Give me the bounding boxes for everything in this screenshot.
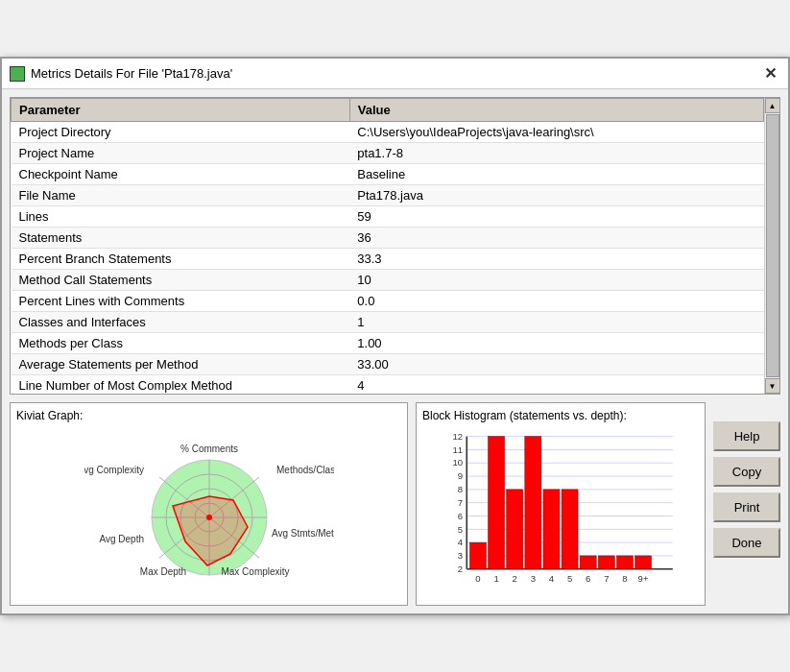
svg-text:8: 8 bbox=[458, 484, 463, 494]
value-cell: C:\Users\you\IdeaProjects\java-learing\s… bbox=[349, 122, 763, 143]
table-row: Checkpoint NameBaseline bbox=[12, 164, 764, 185]
param-cell: Project Name bbox=[12, 143, 350, 164]
svg-rect-44 bbox=[543, 490, 560, 569]
close-button[interactable]: ✕ bbox=[760, 64, 780, 83]
value-cell: 59 bbox=[349, 206, 763, 228]
param-cell: Percent Branch Statements bbox=[12, 249, 350, 270]
param-cell: Average Statements per Method bbox=[12, 354, 350, 375]
col-header-parameter: Parameter bbox=[12, 99, 350, 122]
svg-text:9+: 9+ bbox=[638, 573, 649, 584]
table-row: Percent Branch Statements33.3 bbox=[12, 249, 764, 270]
value-cell: Baseline bbox=[349, 164, 763, 185]
scroll-down-button[interactable]: ▼ bbox=[765, 378, 780, 394]
table-row: Statements36 bbox=[12, 228, 764, 249]
param-cell: Checkpoint Name bbox=[12, 164, 350, 185]
print-button[interactable]: Print bbox=[713, 492, 780, 522]
metrics-table-container: Parameter Value Project DirectoryC:\User… bbox=[10, 97, 780, 395]
table-row: Methods per Class1.00 bbox=[12, 333, 764, 354]
done-button[interactable]: Done bbox=[713, 528, 780, 558]
buttons-panel: Help Copy Print Done bbox=[713, 402, 780, 606]
bottom-section: Kiviat Graph: bbox=[10, 402, 780, 606]
value-cell: 4 bbox=[349, 375, 763, 396]
table-row: Project DirectoryC:\Users\you\IdeaProjec… bbox=[12, 122, 764, 143]
copy-button[interactable]: Copy bbox=[713, 457, 780, 487]
param-cell: Method Call Statements bbox=[12, 270, 350, 291]
histogram-svg: 12 11 10 9 8 7 6 5 4 3 2 bbox=[422, 426, 699, 589]
param-cell: File Name bbox=[12, 185, 350, 206]
svg-text:Avg Stmts/Method: Avg Stmts/Method bbox=[272, 528, 334, 539]
svg-text:4: 4 bbox=[549, 573, 555, 584]
table-row: File NamePta178.java bbox=[12, 185, 764, 206]
table-row: Method Call Statements10 bbox=[12, 270, 764, 291]
value-cell: pta1.7-8 bbox=[349, 143, 763, 164]
table-row: Percent Lines with Comments0.0 bbox=[12, 291, 764, 312]
value-cell: 0.0 bbox=[349, 291, 763, 312]
svg-text:1: 1 bbox=[493, 573, 498, 584]
param-cell: Percent Lines with Comments bbox=[12, 291, 350, 312]
table-row: Average Statements per Method33.00 bbox=[12, 354, 764, 375]
titlebar-left: Metrics Details For File 'Pta178.java' bbox=[10, 66, 232, 82]
svg-text:Max Complexity: Max Complexity bbox=[221, 566, 289, 577]
svg-rect-41 bbox=[489, 437, 505, 569]
svg-text:2: 2 bbox=[458, 564, 463, 574]
svg-text:Avg Depth: Avg Depth bbox=[99, 534, 144, 544]
value-cell: 1 bbox=[349, 312, 763, 333]
svg-point-9 bbox=[206, 515, 212, 520]
table-row: Lines59 bbox=[12, 206, 764, 228]
content-area: Parameter Value Project DirectoryC:\User… bbox=[2, 89, 788, 613]
svg-text:7: 7 bbox=[458, 497, 463, 508]
value-cell: 33.00 bbox=[349, 354, 763, 375]
window-title: Metrics Details For File 'Pta178.java' bbox=[31, 66, 232, 81]
svg-rect-42 bbox=[507, 490, 523, 569]
table-body: Project DirectoryC:\Users\you\IdeaProjec… bbox=[12, 122, 764, 396]
window-icon bbox=[10, 66, 25, 82]
value-cell: 1.00 bbox=[349, 333, 763, 354]
svg-text:11: 11 bbox=[452, 444, 463, 455]
svg-text:6: 6 bbox=[458, 511, 463, 521]
param-cell: Line Number of Most Complex Method bbox=[12, 375, 350, 396]
titlebar: Metrics Details For File 'Pta178.java' ✕ bbox=[2, 59, 788, 89]
svg-rect-40 bbox=[469, 542, 486, 569]
kiviat-container: % Comments Methods/Class Avg Stmts/Metho… bbox=[16, 426, 401, 599]
svg-rect-47 bbox=[598, 556, 614, 569]
metrics-table: Parameter Value Project DirectoryC:\User… bbox=[11, 98, 764, 395]
value-cell: Pta178.java bbox=[349, 185, 763, 206]
table-row: Line Number of Most Complex Method4 bbox=[12, 375, 764, 396]
value-cell: 10 bbox=[349, 270, 763, 291]
histogram-container: 12 11 10 9 8 7 6 5 4 3 2 bbox=[422, 426, 699, 599]
value-cell: 33.3 bbox=[349, 249, 763, 270]
svg-text:4: 4 bbox=[458, 537, 464, 547]
table-header-row: Parameter Value bbox=[12, 99, 764, 122]
histogram-panel: Block Histogram (statements vs. depth): bbox=[416, 402, 706, 606]
svg-text:Avg Complexity: Avg Complexity bbox=[84, 465, 144, 475]
param-cell: Statements bbox=[12, 228, 350, 249]
param-cell: Methods per Class bbox=[12, 333, 350, 354]
svg-text:8: 8 bbox=[622, 573, 627, 584]
svg-rect-48 bbox=[616, 556, 633, 569]
help-button[interactable]: Help bbox=[713, 421, 780, 451]
svg-rect-49 bbox=[635, 556, 652, 569]
svg-text:0: 0 bbox=[475, 573, 480, 584]
table-row: Project Namepta1.7-8 bbox=[12, 143, 764, 164]
svg-text:9: 9 bbox=[458, 470, 463, 481]
svg-text:12: 12 bbox=[452, 431, 463, 442]
col-header-value: Value bbox=[349, 99, 763, 122]
main-window: Metrics Details For File 'Pta178.java' ✕… bbox=[0, 57, 790, 615]
table-row: Classes and Interfaces1 bbox=[12, 312, 764, 333]
scroll-up-button[interactable]: ▲ bbox=[765, 98, 780, 113]
kiviat-panel: Kiviat Graph: bbox=[10, 402, 408, 606]
svg-text:5: 5 bbox=[567, 573, 572, 584]
svg-text:5: 5 bbox=[458, 524, 463, 535]
scroll-thumb[interactable] bbox=[766, 114, 779, 377]
svg-text:10: 10 bbox=[452, 457, 463, 468]
histogram-title: Block Histogram (statements vs. depth): bbox=[422, 409, 699, 422]
svg-rect-43 bbox=[525, 437, 541, 569]
kiviat-svg: % Comments Methods/Class Avg Stmts/Metho… bbox=[84, 431, 334, 594]
svg-text:Methods/Class: Methods/Class bbox=[276, 465, 334, 475]
svg-text:2: 2 bbox=[513, 573, 517, 584]
param-cell: Project Directory bbox=[12, 122, 350, 143]
kiviat-title: Kiviat Graph: bbox=[16, 409, 401, 422]
scrollbar[interactable]: ▲ ▼ bbox=[764, 98, 779, 394]
svg-rect-46 bbox=[580, 556, 596, 569]
svg-text:7: 7 bbox=[604, 573, 609, 584]
